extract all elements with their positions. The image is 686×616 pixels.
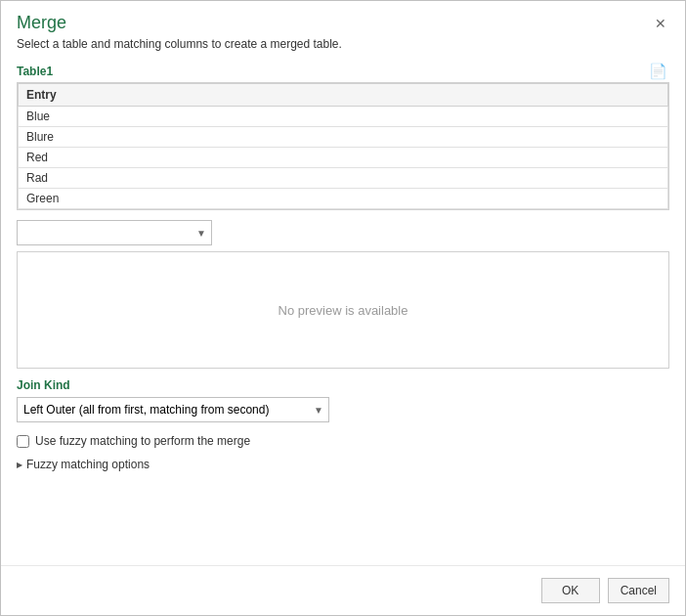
- ok-button[interactable]: OK: [541, 578, 600, 603]
- title-bar: Merge ✕: [1, 1, 685, 37]
- close-button[interactable]: ✕: [652, 15, 669, 32]
- fuzzy-checkbox[interactable]: [17, 435, 29, 448]
- preview-container: No preview is available: [17, 251, 669, 369]
- second-table-dropdown-container: ▼: [17, 220, 669, 245]
- table-row-cell: Blue: [19, 107, 668, 127]
- col-entry-header: Entry: [19, 84, 668, 107]
- table-row[interactable]: Red: [19, 148, 668, 168]
- fuzzy-options-row[interactable]: ▶ Fuzzy matching options: [1, 454, 685, 477]
- table-row[interactable]: Blue: [19, 107, 668, 127]
- file-icon: 📄: [649, 63, 667, 80]
- fuzzy-options-triangle: ▶: [17, 461, 22, 469]
- table-row-cell: Green: [19, 189, 668, 209]
- preview-text: No preview is available: [279, 303, 408, 318]
- cancel-button[interactable]: Cancel: [608, 578, 669, 603]
- table-row-cell: Rad: [19, 168, 668, 189]
- merge-dialog: Merge ✕ Select a table and matching colu…: [0, 0, 686, 616]
- table-row-cell: Blure: [19, 127, 668, 148]
- dialog-subtitle: Select a table and matching columns to c…: [1, 37, 685, 61]
- fuzzy-options-label: Fuzzy matching options: [26, 458, 150, 471]
- join-dropdown-wrapper: Left Outer (all from first, matching fro…: [17, 397, 329, 422]
- dialog-title: Merge: [17, 13, 66, 33]
- second-table-dropdown-wrapper: ▼: [17, 220, 212, 245]
- table-row[interactable]: Rad: [19, 168, 668, 189]
- table-row[interactable]: Green: [19, 189, 668, 209]
- dialog-footer: OK Cancel: [1, 565, 685, 615]
- fuzzy-checkbox-label[interactable]: Use fuzzy matching to perform the merge: [35, 434, 250, 448]
- join-kind-dropdown[interactable]: Left Outer (all from first, matching fro…: [17, 397, 329, 422]
- table1-container: Entry BlueBlureRedRadGreen: [17, 82, 669, 210]
- join-kind-label: Join Kind: [17, 378, 669, 392]
- table1: Entry BlueBlureRedRadGreen: [18, 83, 668, 209]
- table-row-cell: Red: [19, 148, 668, 168]
- join-section: Join Kind Left Outer (all from first, ma…: [1, 369, 685, 428]
- table-row[interactable]: Blure: [19, 127, 668, 148]
- second-table-dropdown[interactable]: [17, 220, 212, 245]
- table1-label: Table1: [17, 65, 53, 78]
- fuzzy-checkbox-row: Use fuzzy matching to perform the merge: [1, 428, 685, 454]
